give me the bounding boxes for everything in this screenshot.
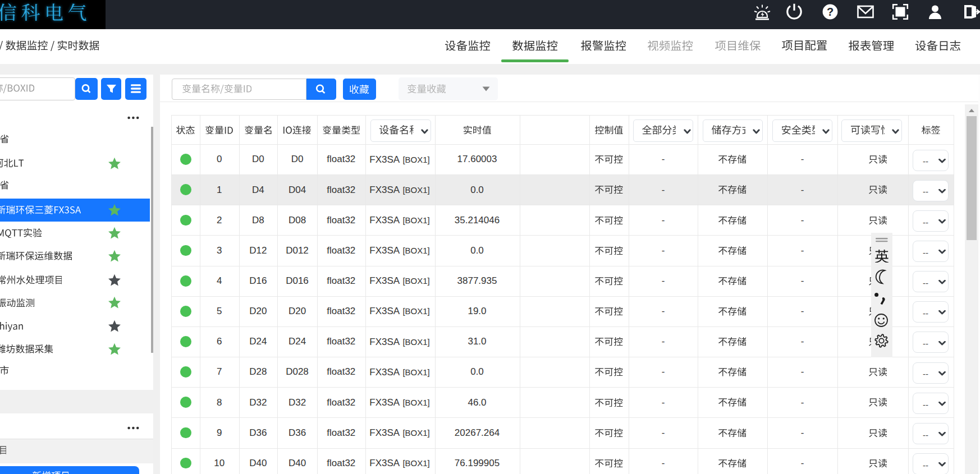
svg-text:?: ? [826, 6, 833, 18]
